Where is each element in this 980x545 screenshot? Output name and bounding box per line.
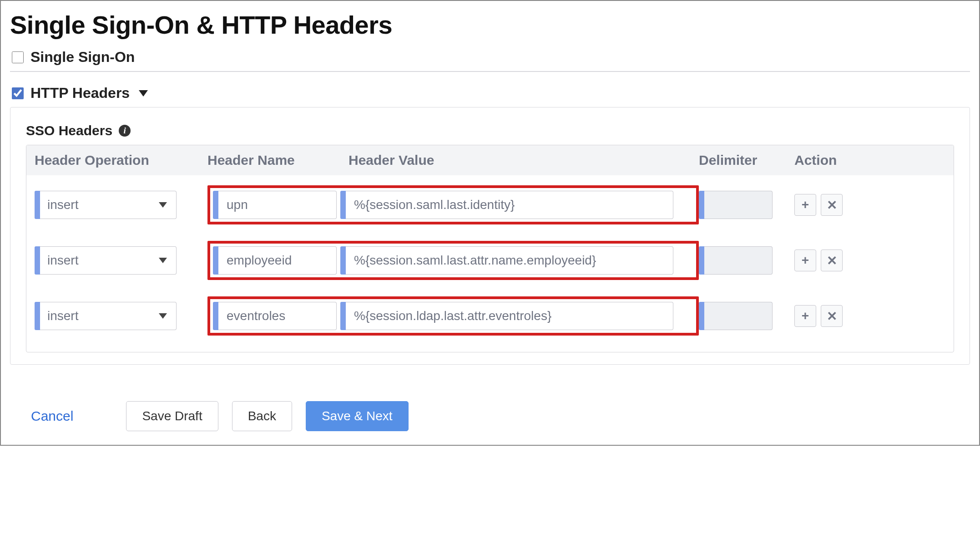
http-headers-label: HTTP Headers [30,85,130,102]
close-icon: ✕ [827,198,837,213]
header-name-input[interactable] [226,253,329,268]
header-operation-select[interactable]: insert [40,246,177,275]
header-name-input[interactable] [226,197,329,213]
header-value-input[interactable] [353,253,666,268]
remove-row-button[interactable]: ✕ [821,305,843,327]
header-value-cell [340,302,673,330]
cancel-button[interactable]: Cancel [28,404,76,428]
save-draft-button[interactable]: Save Draft [126,401,218,431]
header-operation-select[interactable]: insert [40,191,177,219]
back-button[interactable]: Back [232,401,292,431]
delimiter-cell [699,302,794,330]
table-row: insert [35,185,945,224]
page-title: Single Sign-On & HTTP Headers [10,10,970,40]
table-header: Header Operation Header Name Header Valu… [26,145,954,175]
highlight-box [207,185,699,224]
chevron-down-icon [159,313,167,319]
add-row-button[interactable]: + [794,194,816,216]
header-value-cell [340,246,673,275]
table-row: insert [35,296,945,336]
header-name-cell [213,191,337,219]
http-headers-checkbox[interactable] [12,87,24,99]
flag-indicator [699,246,704,275]
remove-row-button[interactable]: ✕ [821,250,843,271]
flag-indicator [340,302,346,330]
http-headers-panel: SSO Headers i Header Operation Header Na… [10,107,970,365]
header-operation-cell: insert [35,302,207,330]
delimiter-input[interactable] [712,308,765,324]
flag-indicator [35,246,40,275]
row-actions: + ✕ [794,305,913,327]
flag-indicator [213,302,218,330]
chevron-down-icon [159,258,167,263]
plus-icon: + [802,198,809,212]
col-header-value: Header Value [349,153,699,168]
col-header-name: Header Name [207,153,349,168]
sso-headers-title: SSO Headers [26,123,112,138]
footer-actions: Cancel Save Draft Back Save & Next [10,401,970,431]
row-actions: + ✕ [794,194,913,216]
header-value-input[interactable] [353,308,666,324]
delimiter-cell [699,191,794,219]
http-headers-section-toggle-row: HTTP Headers [10,85,970,102]
flag-indicator [340,246,346,275]
add-row-button[interactable]: + [794,305,816,327]
delimiter-cell [699,246,794,275]
flag-indicator [213,246,218,275]
header-value-cell [340,191,673,219]
col-header-operation: Header Operation [35,153,207,168]
header-name-cell [213,246,337,275]
header-value-input[interactable] [353,197,666,213]
header-operation-value: insert [47,253,78,268]
header-operation-cell: insert [35,246,207,275]
col-header-action: Action [794,153,913,168]
flag-indicator [699,191,704,219]
sso-headers-table: Header Operation Header Name Header Valu… [26,145,954,352]
flag-indicator [213,191,218,219]
header-operation-select[interactable]: insert [40,302,177,330]
flag-indicator [340,191,346,219]
save-next-button[interactable]: Save & Next [306,401,409,431]
highlight-box [207,241,699,280]
delimiter-input[interactable] [712,253,765,268]
highlight-box [207,296,699,336]
flag-indicator [699,302,704,330]
header-name-cell [213,302,337,330]
collapse-icon[interactable] [139,90,148,97]
close-icon: ✕ [827,253,837,268]
col-header-delimiter: Delimiter [699,153,794,168]
row-actions: + ✕ [794,250,913,271]
divider [10,71,970,72]
sso-checkbox[interactable] [12,51,24,63]
plus-icon: + [802,309,809,323]
add-row-button[interactable]: + [794,250,816,271]
sso-section-toggle-row: Single Sign-On [10,49,970,66]
chevron-down-icon [159,202,167,208]
table-body: insert [26,175,954,352]
header-name-input[interactable] [226,308,329,324]
delimiter-input[interactable] [712,197,765,213]
sso-headers-heading: SSO Headers i [26,123,954,138]
header-operation-cell: insert [35,191,207,219]
info-icon[interactable]: i [119,125,131,137]
plus-icon: + [802,253,809,268]
flag-indicator [35,302,40,330]
flag-indicator [35,191,40,219]
sso-label: Single Sign-On [30,49,135,66]
header-operation-value: insert [47,198,78,212]
header-operation-value: insert [47,309,78,323]
close-icon: ✕ [827,309,837,324]
remove-row-button[interactable]: ✕ [821,194,843,216]
table-row: insert [35,241,945,280]
